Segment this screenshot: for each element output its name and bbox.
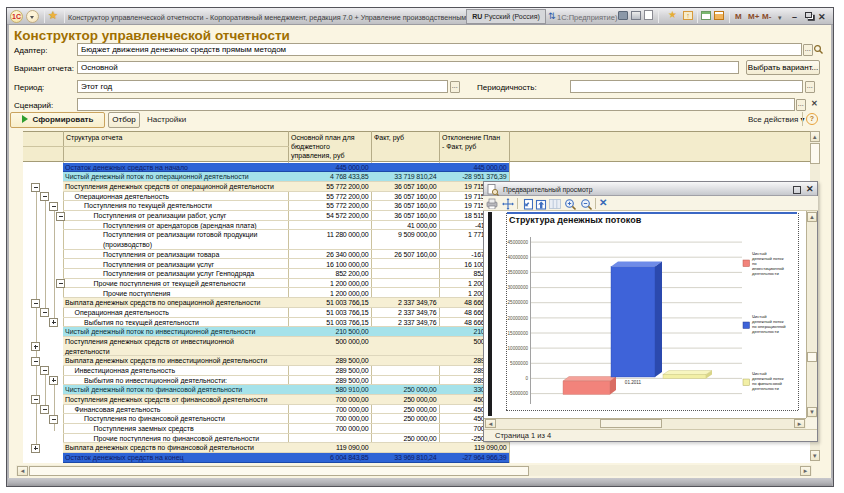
- svg-text:денежный поток: денежный поток: [752, 256, 784, 261]
- svg-text:25000000: 25000000: [508, 300, 529, 305]
- svg-text:5000000: 5000000: [510, 361, 528, 366]
- svg-text:0: 0: [525, 376, 528, 381]
- svg-text:-5000000: -5000000: [509, 391, 529, 396]
- svg-text:10000000: 10000000: [508, 346, 529, 351]
- svg-text:40000000: 40000000: [508, 255, 529, 260]
- svg-text:01.2011: 01.2011: [625, 380, 642, 385]
- svg-text:деятельности: деятельности: [752, 271, 779, 276]
- svg-text:деятельности: деятельности: [752, 329, 779, 334]
- svg-text:деятельности: деятельности: [752, 386, 779, 391]
- svg-text:20000000: 20000000: [508, 316, 529, 321]
- svg-text:45000000: 45000000: [508, 240, 529, 245]
- svg-text:15000000: 15000000: [508, 331, 529, 336]
- svg-text:30000000: 30000000: [508, 285, 529, 290]
- svg-text:35000000: 35000000: [508, 270, 529, 275]
